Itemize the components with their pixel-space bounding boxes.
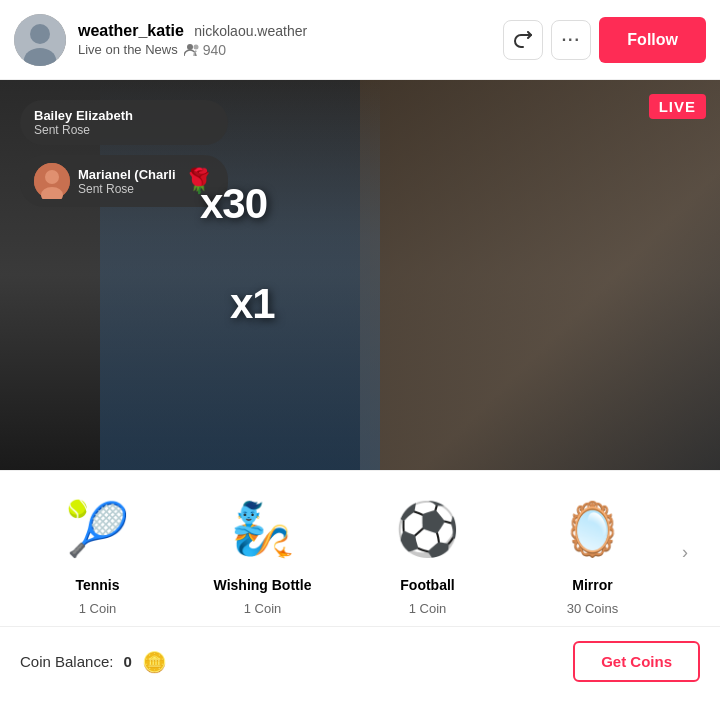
coin-bar: Coin Balance: 0 🪙 Get Coins (0, 626, 720, 696)
gift-tennis-price: 1 Coin (79, 601, 117, 616)
gift-mirror-name: Mirror (572, 577, 612, 593)
live-badge: LIVE (649, 94, 706, 119)
avatar (14, 14, 66, 66)
toast-2-action: Sent Rose (78, 182, 176, 196)
tennis-icon: 🎾 (58, 489, 138, 569)
coin-balance-amount: 0 (123, 653, 131, 670)
toast-1: Bailey Elizabeth Sent Rose (20, 100, 228, 145)
get-coins-button[interactable]: Get Coins (573, 641, 700, 682)
gift-wishing-bottle-name: Wishing Bottle (214, 577, 312, 593)
svg-point-1 (30, 24, 50, 44)
toast-1-action: Sent Rose (34, 123, 133, 137)
mirror-icon: 🪞 (553, 489, 633, 569)
toast-area: Bailey Elizabeth Sent Rose Marianel (Cha… (20, 100, 228, 207)
gift-mirror-price: 30 Coins (567, 601, 618, 616)
header: weather_katie nickolaou.weather Live on … (0, 0, 720, 80)
handle: nickolaou.weather (194, 23, 307, 39)
scroll-right-arrow[interactable]: › (670, 538, 700, 568)
gifts-row: 🎾 Tennis 1 Coin 🧞 Wishing Bottle 1 Coin … (20, 489, 700, 616)
coin-balance-label: Coin Balance: (20, 653, 113, 670)
follow-button[interactable]: Follow (599, 17, 706, 63)
toast-2-name: Marianel (Charli (78, 167, 176, 182)
video-area: LIVE Bailey Elizabeth Sent Rose Marianel… (0, 80, 720, 470)
gift-wishing-bottle-price: 1 Coin (244, 601, 282, 616)
football-icon: ⚽ (388, 489, 468, 569)
svg-point-6 (45, 170, 59, 184)
multiplier-30: x30 (200, 180, 267, 228)
gift-tennis[interactable]: 🎾 Tennis 1 Coin (48, 489, 148, 616)
tiktok-coin-icon: 🪙 (142, 650, 167, 674)
toast-2: Marianel (Charli Sent Rose 🌹 (20, 155, 228, 207)
gift-football-name: Football (400, 577, 454, 593)
svg-point-4 (193, 44, 198, 49)
header-sub: Live on the News 940 (78, 42, 503, 58)
share-button[interactable] (503, 20, 543, 60)
gift-football[interactable]: ⚽ Football 1 Coin (378, 489, 478, 616)
gift-football-price: 1 Coin (409, 601, 447, 616)
toast-1-name: Bailey Elizabeth (34, 108, 133, 123)
avatar-image (14, 14, 66, 66)
gift-mirror[interactable]: 🪞 Mirror 30 Coins (543, 489, 643, 616)
gifts-panel: 🎾 Tennis 1 Coin 🧞 Wishing Bottle 1 Coin … (0, 470, 720, 626)
live-status: Live on the News (78, 42, 178, 57)
more-button[interactable]: ··· (551, 20, 591, 60)
username: weather_katie (78, 22, 184, 39)
people-icon: 940 (184, 42, 226, 58)
header-info: weather_katie nickolaou.weather Live on … (78, 22, 503, 58)
gift-wishing-bottle[interactable]: 🧞 Wishing Bottle 1 Coin (213, 489, 313, 616)
toast-2-avatar (34, 163, 70, 199)
viewer-count: 940 (203, 42, 226, 58)
gift-tennis-name: Tennis (75, 577, 119, 593)
gift-items: 🎾 Tennis 1 Coin 🧞 Wishing Bottle 1 Coin … (20, 489, 670, 616)
header-actions: ··· Follow (503, 17, 706, 63)
svg-point-3 (187, 44, 193, 50)
studio-scene (360, 80, 720, 470)
multiplier-1: x1 (230, 280, 275, 328)
wishing-bottle-icon: 🧞 (223, 489, 303, 569)
